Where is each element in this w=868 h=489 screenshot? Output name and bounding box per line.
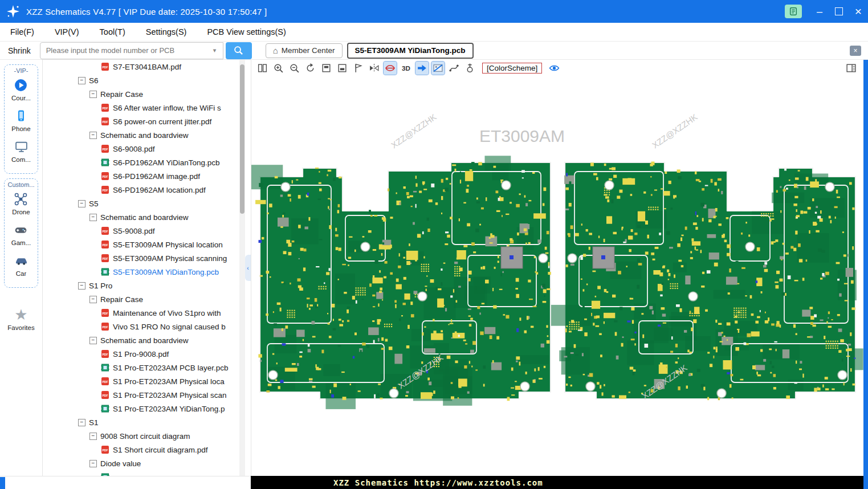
tree-item[interactable]: PDFS7-ET3041BAM.pdf: [43, 60, 239, 74]
sidebar-item-cour[interactable]: Cour...: [11, 78, 31, 101]
svg-text:PDF: PDF: [103, 120, 108, 124]
tree-item[interactable]: S1 Pro-ET2023AM YiDianTong.p: [43, 402, 239, 415]
tree-item[interactable]: −Schematic and boardview: [43, 333, 239, 347]
maximize-button[interactable]: [829, 0, 849, 23]
tree-item[interactable]: PDFS1 Pro-9008.pdf: [43, 347, 239, 361]
tab-s5-et3009am-yidiantong-pcb[interactable]: S5-ET3009AM YiDianTong.pcb: [347, 43, 474, 59]
tree-item[interactable]: [43, 470, 239, 476]
minimize-button[interactable]: –: [810, 0, 829, 23]
zoom-in-icon[interactable]: [272, 62, 285, 75]
search-button[interactable]: [226, 42, 252, 59]
tree-item-label: S1 Short circuit diagram.pdf: [113, 446, 208, 454]
collapse-minus-icon[interactable]: −: [89, 296, 97, 303]
tree-item[interactable]: −S5: [43, 197, 239, 210]
tree-item[interactable]: −Schematic and boardview: [43, 210, 239, 224]
tree-item[interactable]: PDFS1 Pro-ET2023AM Physical scan: [43, 388, 239, 402]
pcb-canvas[interactable]: ET3009AMXZZ@XZZHKXZZ@XZZHKXZZ@XZZHKXZZ@X…: [251, 76, 863, 476]
pdf-file-icon: PDF: [101, 103, 109, 112]
sidebar-item-favorites[interactable]: ★Favorites: [7, 307, 34, 331]
collapse-minus-icon[interactable]: −: [78, 200, 85, 207]
top-layer-icon[interactable]: [320, 62, 333, 75]
menu-item-tool-t[interactable]: Tool(T): [100, 27, 125, 36]
collapse-minus-icon[interactable]: −: [89, 337, 97, 344]
sidebar-item-phone[interactable]: Phone: [11, 108, 30, 132]
tree-item[interactable]: −9008 Short circuit diagram: [43, 429, 239, 443]
gamepad-icon: [14, 222, 28, 237]
tree-item[interactable]: PDFS6 power-on current jitter.pdf: [43, 115, 239, 128]
home-icon: ⌂: [273, 46, 278, 55]
tree-item[interactable]: −Schematic and boardview: [43, 128, 239, 142]
collapse-minus-icon[interactable]: −: [89, 460, 97, 467]
tree-item-label: Diode value: [100, 459, 141, 468]
layers-panel-icon[interactable]: [845, 62, 858, 75]
tree-item[interactable]: −Diode value: [43, 457, 239, 470]
model-search-input[interactable]: [40, 42, 223, 59]
collapse-minus-icon[interactable]: −: [78, 282, 85, 290]
menu-item-settings-s[interactable]: Settings(S): [146, 27, 187, 36]
collapse-minus-icon[interactable]: −: [78, 419, 85, 426]
tree-item[interactable]: S1 Pro-ET2023AM PCB layer.pcb: [43, 361, 239, 374]
rotate-view-icon[interactable]: [304, 62, 317, 75]
panel-collapse-handle[interactable]: ‹: [245, 255, 251, 281]
zoom-out-icon[interactable]: [288, 62, 301, 75]
tree-item[interactable]: PDFS6-PD1962AM image.pdf: [43, 169, 239, 183]
h-scrollbar-button[interactable]: [0, 477, 5, 489]
tree-item-label: Schematic and boardview: [100, 336, 189, 345]
tree-item[interactable]: −S6: [43, 74, 239, 87]
tree-item[interactable]: PDFS6 After water inflow, the WiFi s: [43, 101, 239, 115]
tree-item[interactable]: −Repair Case: [43, 87, 239, 101]
visibility-eye-icon[interactable]: [548, 62, 561, 75]
close-button[interactable]: ×: [849, 0, 868, 23]
collapse-minus-icon[interactable]: −: [89, 132, 97, 139]
bottom-layer-icon[interactable]: [336, 62, 349, 75]
pan-origin-icon[interactable]: [463, 62, 476, 75]
probe-flag-icon[interactable]: [352, 62, 365, 75]
sidebar-item-car[interactable]: Car: [14, 253, 28, 277]
tree-item[interactable]: −S1 Pro: [43, 279, 239, 292]
tree-item[interactable]: PDFMaintenance of Vivo S1pro with: [43, 306, 239, 320]
tree-item[interactable]: PDFS1 Pro-ET2023AM Physical loca: [43, 374, 239, 388]
tree-item[interactable]: PDFS5-ET3009AM Physical location: [43, 238, 239, 251]
capture-icon[interactable]: [431, 62, 445, 75]
tree-item[interactable]: −S1: [43, 415, 239, 429]
collapse-minus-icon[interactable]: −: [78, 77, 85, 84]
tree-item[interactable]: PDFS6-9008.pdf: [43, 142, 239, 156]
measure-curve-icon[interactable]: [447, 62, 461, 75]
menu-item-file-f[interactable]: File(F): [10, 27, 34, 36]
tree-item[interactable]: PDFS1 Short circuit diagram.pdf: [43, 443, 239, 457]
menu-item-vip-v[interactable]: VIP(V): [55, 27, 79, 36]
split-view-icon[interactable]: [256, 62, 269, 75]
computer-icon: [14, 139, 28, 154]
right-scrollbar[interactable]: [863, 60, 868, 489]
shrink-button[interactable]: Shrink: [5, 44, 34, 58]
mirror-icon[interactable]: [368, 62, 381, 75]
tree-scrollbar-thumb[interactable]: [240, 64, 244, 214]
menu-item-pcb-view-settings-s[interactable]: PCB View settings(S): [207, 27, 286, 36]
close-board-icon[interactable]: ×: [850, 46, 861, 56]
sidebar-item-drone[interactable]: Drone: [12, 191, 30, 215]
tree-scrollbar[interactable]: [239, 60, 245, 476]
tree-item[interactable]: PDFS5-ET3009AM Physical scanning: [43, 251, 239, 265]
tree-item[interactable]: S5-ET3009AM YiDianTong.pcb: [43, 265, 239, 279]
sidebar-item-com[interactable]: Com...: [11, 139, 31, 163]
collapse-minus-icon[interactable]: −: [89, 91, 97, 98]
colorscheme-button[interactable]: [ColorScheme]: [482, 63, 542, 74]
collapse-minus-icon[interactable]: −: [89, 214, 97, 221]
3d-view-icon[interactable]: 3D: [400, 62, 413, 75]
tree-item[interactable]: PDFVivo S1 PRO No signal caused b: [43, 320, 239, 333]
svg-text:PDF: PDF: [103, 312, 108, 315]
collapse-minus-icon[interactable]: −: [89, 433, 97, 440]
tree-item[interactable]: PDFS6-PD1962AM location.pdf: [43, 183, 239, 197]
sidebar-item-gam[interactable]: Gam...: [11, 222, 31, 246]
tree-item[interactable]: S6-PD1962AM YiDianTong.pcb: [43, 156, 239, 169]
tree-item-label: S6-PD1962AM location.pdf: [113, 186, 206, 194]
license-icon[interactable]: [785, 5, 802, 18]
tree-item-label: S1 Pro-9008.pdf: [113, 350, 169, 358]
tree-item-label: Schematic and boardview: [100, 131, 189, 140]
pdf-file-icon: PDF: [101, 254, 109, 263]
tree-item[interactable]: PDFS5-9008.pdf: [43, 224, 239, 238]
tree-item[interactable]: −Repair Case: [43, 292, 239, 306]
diode-mode-icon[interactable]: [384, 62, 397, 75]
jump-arrow-icon[interactable]: [415, 62, 429, 75]
tab-member-center[interactable]: ⌂Member Center: [266, 43, 343, 58]
